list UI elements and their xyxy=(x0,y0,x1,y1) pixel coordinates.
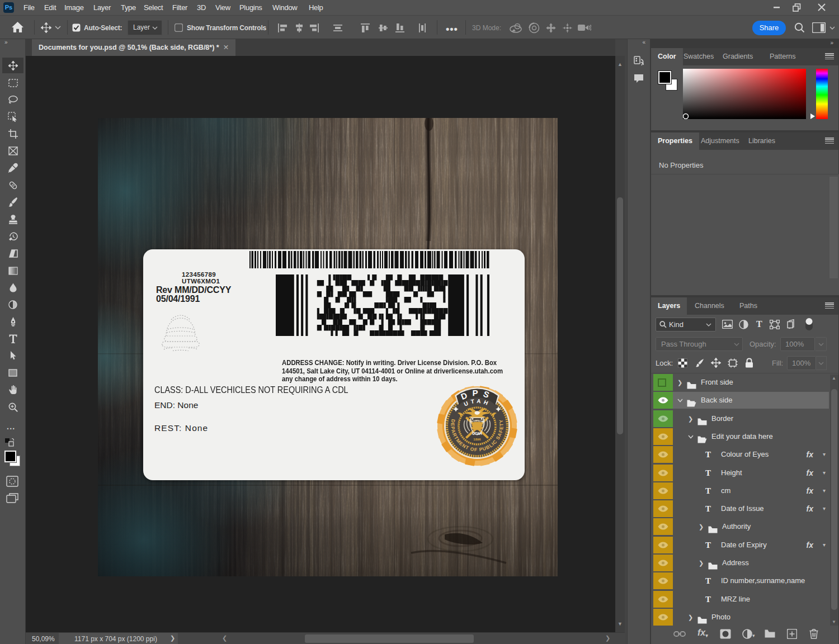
svg-text:UTAH: UTAH xyxy=(472,432,482,435)
svg-text:1896: 1896 xyxy=(473,438,481,441)
svg-text:INDUSTRY: INDUSTRY xyxy=(472,420,483,423)
